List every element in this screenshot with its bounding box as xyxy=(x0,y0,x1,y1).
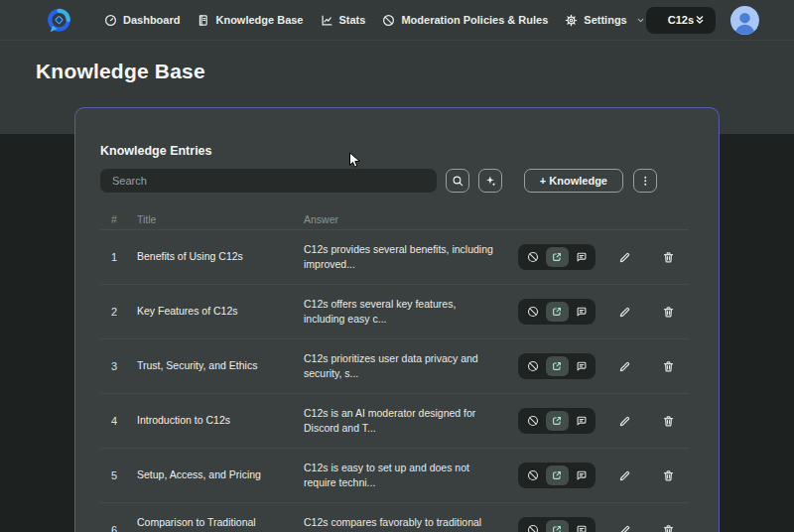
app-window: Knowledge Base DashboardKnowledge BaseSt… xyxy=(0,0,794,532)
ban-icon xyxy=(527,469,539,481)
column-header-num: # xyxy=(111,213,137,225)
share-button[interactable] xyxy=(546,466,569,485)
message-square-icon xyxy=(576,469,588,481)
share-icon xyxy=(551,360,563,372)
edit-button[interactable] xyxy=(601,299,647,325)
mode-toggle-group xyxy=(518,517,596,532)
app-logo[interactable] xyxy=(46,7,72,34)
top-navigation-bar: DashboardKnowledge BaseStatsModeration P… xyxy=(0,0,794,41)
nav-item-settings[interactable]: Settings xyxy=(565,14,645,27)
share-button[interactable] xyxy=(546,356,569,376)
ban-icon xyxy=(527,415,539,427)
table-row: 3Trust, Security, and EthicsC12s priorit… xyxy=(100,338,689,393)
nav-item-label: Moderation Policies & Rules xyxy=(401,14,548,26)
nav-item-dashboard[interactable]: Dashboard xyxy=(104,14,180,27)
gauge-icon xyxy=(104,14,117,27)
share-button[interactable] xyxy=(546,302,569,322)
row-title: Setup, Access, and Pricing xyxy=(137,468,304,482)
search-input[interactable] xyxy=(100,169,437,193)
pencil-icon xyxy=(618,415,631,428)
pencil-icon xyxy=(618,469,631,482)
search-icon xyxy=(452,175,464,188)
search-button[interactable] xyxy=(446,169,469,193)
mode-toggle-group xyxy=(518,299,596,325)
edit-button[interactable] xyxy=(601,353,647,379)
server-selector-label: C12s xyxy=(668,14,694,26)
table-row: 6Comparison to Traditional Moderation Bo… xyxy=(100,502,689,532)
row-title: Key Features of C12s xyxy=(137,305,304,319)
trash-icon xyxy=(662,524,675,532)
trash-icon xyxy=(662,415,675,428)
share-button[interactable] xyxy=(546,520,569,532)
message-square-button[interactable] xyxy=(570,356,593,376)
ban-button[interactable] xyxy=(521,466,544,485)
message-square-button[interactable] xyxy=(570,302,593,322)
sparkles-icon xyxy=(484,175,497,188)
ban-button[interactable] xyxy=(521,302,544,322)
edit-button[interactable] xyxy=(601,517,647,532)
row-answer: C12s offers several key features, includ… xyxy=(304,297,518,326)
delete-button[interactable] xyxy=(647,299,689,325)
ban-icon xyxy=(527,524,539,532)
table-row: 4Introduction to C12sC12s is an AI moder… xyxy=(100,393,689,448)
server-selector-button[interactable]: C12s xyxy=(646,7,716,34)
share-button[interactable] xyxy=(546,247,569,267)
logo-icon xyxy=(46,7,72,34)
delete-button[interactable] xyxy=(647,353,689,379)
ban-icon xyxy=(382,14,395,27)
chevrons-down-icon xyxy=(694,14,706,26)
ban-button[interactable] xyxy=(521,520,544,532)
trash-icon xyxy=(662,251,675,264)
book-icon xyxy=(197,14,209,27)
nav-item-moderation-policies[interactable]: Moderation Policies & Rules xyxy=(382,14,548,27)
row-title: Trust, Security, and Ethics xyxy=(137,359,304,373)
knowledge-entries-card: Knowledge Entries + Knowledge xyxy=(74,107,720,532)
chart-icon xyxy=(321,14,333,27)
nav-item-knowledge-base[interactable]: Knowledge Base xyxy=(197,14,303,27)
message-square-icon xyxy=(576,415,588,427)
delete-button[interactable] xyxy=(647,463,689,488)
row-number: 6 xyxy=(111,524,137,532)
edit-button[interactable] xyxy=(601,244,647,270)
ban-icon xyxy=(527,251,539,263)
delete-button[interactable] xyxy=(647,408,689,434)
trash-icon xyxy=(662,469,675,482)
message-square-icon xyxy=(576,251,588,263)
share-icon xyxy=(551,524,563,532)
message-square-button[interactable] xyxy=(570,520,593,532)
pencil-icon xyxy=(618,306,631,319)
share-icon xyxy=(551,251,563,263)
nav-item-stats[interactable]: Stats xyxy=(321,14,366,27)
share-button[interactable] xyxy=(546,411,569,431)
sparkles-button[interactable] xyxy=(478,169,502,193)
message-square-button[interactable] xyxy=(570,466,593,485)
table-row: 5Setup, Access, and PricingC12s is easy … xyxy=(100,448,689,502)
chevron-down-icon xyxy=(635,15,646,26)
message-square-button[interactable] xyxy=(570,411,593,431)
pencil-icon xyxy=(618,360,631,373)
message-square-button[interactable] xyxy=(570,247,593,267)
user-avatar[interactable] xyxy=(730,6,759,35)
ban-button[interactable] xyxy=(521,247,544,267)
table-row: 2Key Features of C12sC12s offers several… xyxy=(100,284,689,338)
edit-button[interactable] xyxy=(601,463,647,488)
row-title: Comparison to Traditional Moderation Bot… xyxy=(137,516,304,532)
page-title: Knowledge Base xyxy=(36,60,205,83)
ban-button[interactable] xyxy=(521,411,544,431)
trash-icon xyxy=(662,360,675,373)
row-number: 3 xyxy=(111,360,137,372)
nav-items: DashboardKnowledge BaseStatsModeration P… xyxy=(104,14,646,27)
ban-button[interactable] xyxy=(521,356,544,376)
edit-button[interactable] xyxy=(601,408,647,434)
message-square-icon xyxy=(576,306,588,318)
table-body: 1Benefits of Using C12sC12s provides sev… xyxy=(100,229,689,532)
column-header-answer: Answer xyxy=(304,213,518,225)
table-header: # Title Answer xyxy=(100,209,689,229)
message-square-icon xyxy=(576,360,588,372)
add-knowledge-button[interactable]: + Knowledge xyxy=(524,169,623,193)
delete-button[interactable] xyxy=(647,517,689,532)
person-icon xyxy=(730,8,759,35)
delete-button[interactable] xyxy=(647,244,689,270)
column-header-title: Title xyxy=(137,213,304,225)
more-options-button[interactable] xyxy=(633,169,657,193)
